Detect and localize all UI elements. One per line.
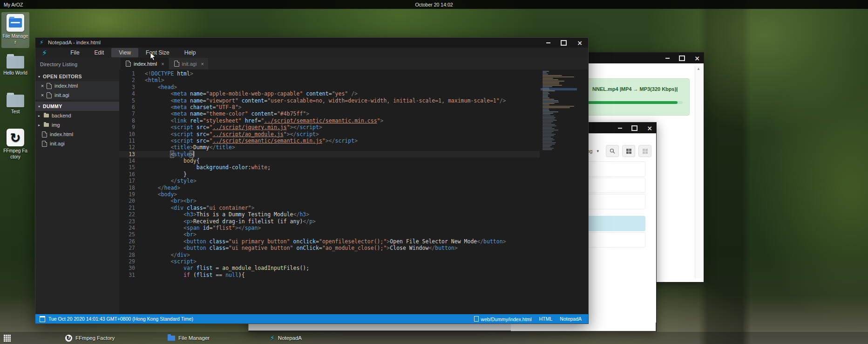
tree-item-folder[interactable]: ▸ img <box>35 120 119 130</box>
folder-icon <box>7 95 24 107</box>
code-line[interactable]: 4 <meta name="apple-mobile-web-app-capab… <box>119 90 540 97</box>
desktop-icon-hello-world[interactable]: Hello World <box>1 56 29 76</box>
tree-item-file[interactable]: init.agi <box>35 139 119 148</box>
menu-file[interactable]: File <box>63 48 87 57</box>
code-line[interactable]: 30 var flist = ao_module_loadInputFiles(… <box>119 265 540 271</box>
close-icon[interactable]: × <box>647 125 652 131</box>
code-line[interactable]: 5 <meta name="viewport" content="user-sc… <box>119 97 540 104</box>
code-line[interactable]: 11 <script src="../script/semantic/seman… <box>119 138 540 144</box>
minimap-line <box>542 92 549 93</box>
taskbar-item-file-manager[interactable]: File Manager <box>168 332 210 344</box>
menu-help[interactable]: Help <box>177 48 203 57</box>
search-button[interactable] <box>606 145 619 157</box>
maximize-icon[interactable] <box>561 40 567 46</box>
scroll-up-icon[interactable]: ▲ <box>695 67 702 71</box>
close-icon[interactable]: × <box>577 40 583 46</box>
line-number: 12 <box>119 144 135 151</box>
minimap-line <box>542 78 553 79</box>
minimap-line <box>542 135 554 136</box>
minimap[interactable] <box>541 71 577 162</box>
code-line[interactable]: 16 } <box>119 171 540 178</box>
minimize-icon[interactable] <box>546 42 550 43</box>
window-title-bar[interactable]: ⚡ NotepadA - index.html × <box>35 38 588 48</box>
code-line[interactable]: 25 <br> <box>119 231 540 238</box>
code-line[interactable]: 8 <link rel="stylesheet" href="../script… <box>119 117 540 124</box>
code-line[interactable]: 2<html> <box>119 77 540 83</box>
section-project-dummy[interactable]: ▾ DUMMY <box>35 102 119 111</box>
code-line[interactable]: 23 <p>Received drag-in filelist (if any)… <box>119 218 540 225</box>
code-line[interactable]: 9 <script src="../script/jquery.min.js">… <box>119 124 540 131</box>
minimap-line <box>542 125 556 126</box>
tree-item-file[interactable]: index.html <box>35 130 119 139</box>
code-line[interactable]: 27 <button class="ui negative button" on… <box>119 245 540 251</box>
list-view-button[interactable] <box>638 145 651 157</box>
code-line[interactable]: 3 <head> <box>119 84 540 90</box>
minimap-line <box>542 110 549 111</box>
line-number: 20 <box>119 198 135 204</box>
minimize-icon[interactable] <box>618 128 622 129</box>
code-line[interactable]: 26 <button class="ui primary button" onc… <box>119 238 540 245</box>
close-icon[interactable]: × <box>161 61 164 67</box>
minimap-line <box>542 89 549 90</box>
code-line[interactable]: 1<!DOCTYPE html> <box>119 70 540 77</box>
minimap-line <box>542 74 548 75</box>
list-view-icon <box>643 149 648 154</box>
tab-index-html[interactable]: index.html × <box>121 58 169 69</box>
convert-job-label: NNEL.mp4 |MP4 → MP3(320 Kbps)| <box>592 86 678 92</box>
section-open-editors[interactable]: ▾ OPEN EDITORS <box>35 72 119 81</box>
menu-edit[interactable]: Edit <box>87 48 112 57</box>
code-line[interactable]: 24 <span id="flist"></span> <box>119 225 540 231</box>
code-line[interactable]: 6 <meta charset="UTF-8"> <box>119 104 540 110</box>
code-line[interactable]: 13 <style> <box>119 151 540 158</box>
close-icon[interactable]: × <box>39 92 46 98</box>
grid-view-button[interactable] <box>622 145 635 157</box>
code-line[interactable]: 20 <br><br> <box>119 198 540 204</box>
chevron-down-icon[interactable]: ▾ <box>597 149 599 153</box>
desktop-icon-ffmpeg-factory[interactable]: ↻ FFmpeg Factory <box>1 129 29 160</box>
code-editor[interactable]: 1<!DOCTYPE html>2<html>3 <head>4 <meta n… <box>119 69 588 314</box>
taskbar-item-ffmpeg-factory[interactable]: ↻ FFmpeg Factory <box>65 332 115 344</box>
code-line[interactable]: 10 <script src="../script/ao_module.js">… <box>119 131 540 138</box>
code-lines[interactable]: 1<!DOCTYPE html>2<html>3 <head>4 <meta n… <box>119 70 540 278</box>
minimap-line <box>542 131 554 132</box>
code-line[interactable]: 7 <meta name="theme-color" content="#4b7… <box>119 110 540 117</box>
code-line[interactable]: 12 <title>Dummy</title> <box>119 144 540 151</box>
scrollbar[interactable]: ▲ <box>695 66 702 278</box>
desktop-icon-file-manager[interactable]: File Manager <box>1 12 29 48</box>
notepada-window[interactable]: ⚡ NotepadA - index.html × ⚡ File Edit Vi… <box>35 37 589 324</box>
code-line[interactable]: 22 <h3>This is a Dummy Testing Module</h… <box>119 211 540 218</box>
file-manager-window-edge[interactable] <box>511 323 656 332</box>
code-line[interactable]: 21 <div class="ui container"> <box>119 205 540 211</box>
status-app-name: NotepadA <box>560 316 582 322</box>
maximize-icon[interactable] <box>679 55 685 61</box>
code-line[interactable]: 28 </div> <box>119 252 540 258</box>
close-icon[interactable]: × <box>694 55 700 62</box>
close-icon[interactable]: × <box>201 61 203 67</box>
taskbar-item-notepada[interactable]: ⚡ NotepadA <box>270 332 302 344</box>
open-editor-item[interactable]: × index.html <box>35 81 119 90</box>
minimap-line <box>542 88 549 89</box>
status-language[interactable]: HTML <box>539 316 553 322</box>
menu-font-size[interactable]: Font Size <box>138 48 177 57</box>
maximize-icon[interactable] <box>631 125 637 131</box>
tab-init-agi[interactable]: init.agi × <box>169 58 208 69</box>
menu-view[interactable]: View <box>111 48 138 57</box>
minimize-icon[interactable] <box>665 58 670 59</box>
code-line[interactable]: 31 if (flist == null){ <box>119 272 540 278</box>
code-line[interactable]: 15 background-color:white; <box>119 164 540 171</box>
code-line[interactable]: 14 body{ <box>119 158 540 164</box>
code-line[interactable]: 18 </head> <box>119 185 540 191</box>
launcher-grid-icon[interactable] <box>4 335 11 342</box>
open-editor-item[interactable]: × init.agi <box>35 90 119 100</box>
tree-item-folder[interactable]: ▸ backend <box>35 111 119 120</box>
code-line[interactable]: 29 <script> <box>119 258 540 265</box>
file-icon <box>126 61 131 67</box>
close-icon[interactable]: × <box>39 83 46 89</box>
code-line[interactable]: 19 <body> <box>119 191 540 198</box>
status-datetime: Tue Oct 20 2020 14:01:43 GMT+0800 (Hong … <box>48 316 193 322</box>
line-number: 5 <box>119 97 135 104</box>
clock: October 20 14:02 <box>0 2 868 7</box>
code-line[interactable]: 17 </style> <box>119 178 540 184</box>
desktop-icon-test[interactable]: Test <box>1 95 29 115</box>
minimap-line <box>542 148 554 149</box>
